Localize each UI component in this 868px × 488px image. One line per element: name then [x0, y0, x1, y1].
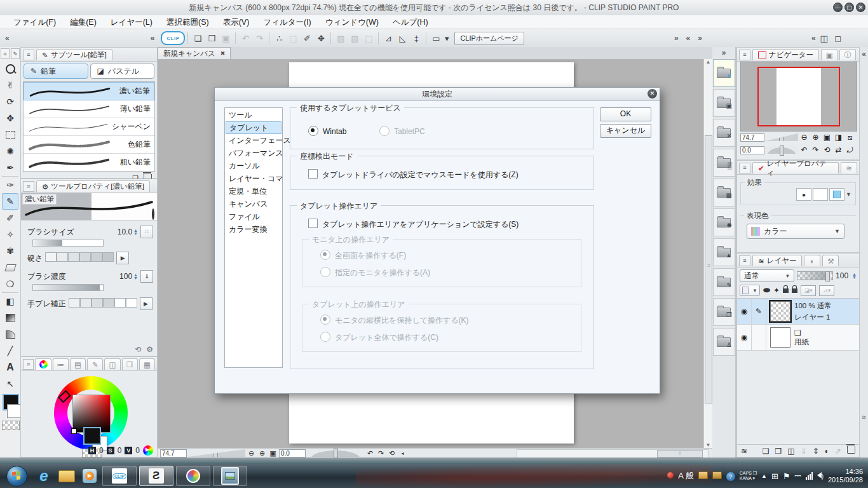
- subview-tab[interactable]: ▣: [821, 49, 837, 60]
- category-layer-frame[interactable]: レイヤー・コマ: [226, 172, 281, 185]
- zoom-in-icon[interactable]: ⊕: [257, 449, 267, 458]
- sv-selector[interactable]: [71, 428, 77, 434]
- effect-tone-icon[interactable]: [813, 188, 828, 201]
- information-tab[interactable]: ⓘ: [839, 49, 856, 60]
- menu-file[interactable]: ファイル(F): [6, 15, 63, 29]
- maximize-button[interactable]: ▢: [844, 3, 854, 12]
- stabilization-expand-icon[interactable]: ▶: [140, 297, 153, 310]
- material-folder-image[interactable]: ▣: [713, 89, 735, 117]
- vertical-scroll-thumb[interactable]: ≡: [705, 135, 712, 403]
- mouse-mode-checkbox[interactable]: タブレットドライバの設定でマウスモードを使用する(Z): [308, 169, 519, 180]
- canvas-tab[interactable]: 新規キャンバス ✖: [158, 47, 231, 59]
- selection-border-icon[interactable]: ⬚: [362, 31, 376, 45]
- density-stepper[interactable]: ▲▼: [133, 273, 138, 280]
- cancel-button[interactable]: キャンセル: [600, 124, 651, 138]
- merge-down-icon[interactable]: ⇓: [801, 447, 807, 456]
- caps-kana-indicator[interactable]: CAPS ❐ KANA ▾: [740, 471, 757, 481]
- layer-property-tab[interactable]: ✔レイヤープロパティ: [752, 162, 839, 173]
- sub-color-swatch[interactable]: [7, 404, 21, 418]
- save-file-icon[interactable]: ▣: [219, 31, 233, 45]
- new-folder-icon[interactable]: ❒: [775, 447, 782, 456]
- opacity-stepper[interactable]: ▲▼: [852, 273, 857, 279]
- network-signal-icon[interactable]: [806, 472, 813, 480]
- material-folder-3d[interactable]: ❒: [713, 298, 735, 326]
- effect-layer-color-icon[interactable]: [829, 188, 844, 201]
- language-flag-icon[interactable]: ⚑: [783, 471, 790, 481]
- subtool-tab[interactable]: ✎サブツール[鉛筆]: [36, 49, 112, 60]
- category-color-conversion[interactable]: カラー変換: [226, 223, 281, 236]
- undo-icon[interactable]: ↶: [238, 31, 252, 45]
- workspace-icon[interactable]: ◫: [817, 31, 831, 45]
- scale-rotate-icon[interactable]: ✥: [314, 31, 328, 45]
- category-tool[interactable]: ツール: [226, 109, 281, 121]
- media-player-icon[interactable]: ▶: [80, 466, 99, 485]
- clip-studio-paint-taskbar-button[interactable]: S: [139, 466, 173, 486]
- decoration-tool-icon[interactable]: ✾: [2, 243, 18, 259]
- right-edge-grip-icon[interactable]: ≋: [860, 414, 868, 421]
- canvas-rotation-field[interactable]: 0.0: [279, 449, 306, 458]
- transform-icon[interactable]: ⬚: [286, 31, 300, 45]
- material-folder-pen[interactable]: ✎: [713, 268, 735, 296]
- clear-icon[interactable]: ✐: [300, 31, 314, 45]
- opacity-value[interactable]: 100: [836, 271, 848, 280]
- material-folder-pose[interactable]: ♙: [713, 328, 735, 356]
- internet-explorer-icon[interactable]: e: [34, 466, 53, 485]
- brush-item-colored-pencil[interactable]: 色鉛筆: [24, 136, 154, 154]
- deselect-icon[interactable]: ▨: [334, 31, 348, 45]
- density-slider[interactable]: [32, 284, 104, 291]
- wintab-radio[interactable]: Wintab: [308, 126, 346, 136]
- tab-color-history[interactable]: ✎: [87, 358, 103, 370]
- collapse-left-rail-icon[interactable]: «: [5, 34, 10, 43]
- paper-visibility-icon[interactable]: ◉: [737, 325, 752, 350]
- move-tool-icon[interactable]: ✥: [2, 110, 18, 126]
- tool-tab-icon[interactable]: ✎: [11, 48, 20, 59]
- layer-tab[interactable]: ≋レイヤー: [752, 255, 802, 266]
- category-ruler-unit[interactable]: 定規・単位: [226, 185, 281, 198]
- hardness-expand-icon[interactable]: ▶: [116, 252, 129, 264]
- show-hidden-icons-icon[interactable]: ▲: [761, 473, 767, 479]
- app-area-checkbox[interactable]: タブレット操作エリアをアプリケーションで設定する(S): [308, 219, 519, 230]
- paper-thumbnail[interactable]: [770, 327, 790, 348]
- nav-reset-all-icon[interactable]: ⤾: [844, 146, 855, 154]
- paper-edit-cell[interactable]: [752, 325, 766, 350]
- invert-selection-icon[interactable]: ▧: [348, 31, 362, 45]
- navigator-view-frame[interactable]: [757, 67, 840, 126]
- timeline-tab[interactable]: ⚒: [822, 255, 839, 266]
- tab-color-mixing[interactable]: ◫: [104, 358, 120, 370]
- photo-viewer-taskbar-button[interactable]: [213, 466, 247, 486]
- airbrush-tool-icon[interactable]: ✧: [2, 226, 18, 243]
- nav-flip-h-icon[interactable]: ◨: [833, 133, 844, 142]
- tray-clock[interactable]: 14:36 2015/09/28: [828, 468, 863, 484]
- layer1-thumbnail[interactable]: [770, 301, 790, 322]
- material-folder-frame[interactable]: ▦: [713, 179, 735, 207]
- navigator-rotation-field[interactable]: 0.0: [740, 146, 764, 154]
- material-folder-effect[interactable]: ✺: [713, 208, 735, 236]
- palette-color-dropdown[interactable]: ▼: [740, 285, 760, 296]
- layer-mask-icon[interactable]: ◐: [825, 447, 829, 456]
- status-expand-icon[interactable]: ◂: [398, 451, 407, 456]
- onion-skin-icon[interactable]: ✦: [773, 286, 780, 295]
- rotate-left-icon[interactable]: ↶: [365, 449, 375, 458]
- canvas-horizontal-scrollbar[interactable]: ⦙⦙: [517, 449, 709, 458]
- effect-border-icon[interactable]: ●: [796, 188, 811, 201]
- color-mode-icon[interactable]: [143, 445, 153, 456]
- close-button[interactable]: ✕: [856, 3, 865, 12]
- scroll-down-icon[interactable]: ▼: [704, 442, 712, 448]
- fill-tool-icon[interactable]: ◧: [2, 292, 18, 309]
- tab-color-wheel[interactable]: [35, 358, 51, 370]
- brush-item-mechanical-pencil[interactable]: シャーペン: [24, 118, 154, 136]
- navigator-rotation-slider[interactable]: [765, 146, 798, 154]
- canvas-tab-close-icon[interactable]: ✖: [220, 50, 226, 57]
- wrench-icon[interactable]: ⚙: [146, 345, 153, 354]
- navigator-menu-icon[interactable]: ≡: [739, 50, 750, 60]
- keep-aspect-radio[interactable]: モニタの縦横比を保持して操作する(K): [320, 315, 469, 326]
- tabletpc-radio[interactable]: TabletPC: [379, 126, 425, 136]
- transfer-icon[interactable]: ⇕: [813, 447, 819, 456]
- new-file-icon[interactable]: ❏: [191, 31, 205, 45]
- paper-name[interactable]: 用紙: [794, 337, 809, 347]
- ime-toolbox-icon[interactable]: [698, 471, 708, 481]
- subtool-group-pencil[interactable]: ✎鉛筆: [24, 64, 88, 79]
- navigator-preview[interactable]: [740, 62, 857, 132]
- blend-mode-dropdown[interactable]: 通常▼: [740, 269, 794, 282]
- pencil-tool-icon[interactable]: ✎: [2, 193, 18, 210]
